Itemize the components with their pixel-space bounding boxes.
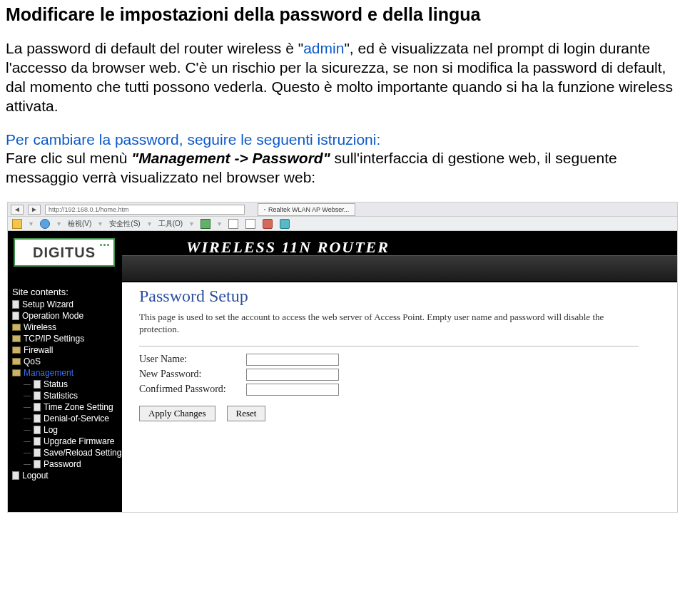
sidebar-item-label: Statistics: [44, 391, 78, 401]
sidebar-item-management[interactable]: Management: [11, 367, 121, 379]
tree-line: [24, 419, 31, 419]
tree-line: [24, 464, 31, 465]
folder-icon: [12, 346, 21, 354]
username-label: User Name:: [139, 354, 246, 365]
page-icon: [34, 448, 41, 457]
page-icon: [34, 426, 41, 434]
sidebar-item-status[interactable]: Status: [11, 379, 121, 390]
sidebar-item-firewall[interactable]: Firewall: [11, 344, 121, 356]
sidebar-item-save-reload-setting[interactable]: Save/Reload Setting: [11, 447, 121, 458]
page-title: Modificare le impostazioni della passwor…: [6, 4, 679, 25]
folder-icon: [12, 335, 21, 342]
sidebar-item-operation-mode[interactable]: Operation Mode: [11, 310, 121, 322]
header-gloss: [122, 255, 677, 281]
sidebar-item-setup-wizard[interactable]: Setup Wizard: [11, 299, 121, 310]
home-icon[interactable]: [12, 219, 22, 229]
tab-title: Realtek WLAN AP Webser...: [268, 206, 349, 213]
content-heading: Password Setup: [139, 287, 667, 306]
tree-line: [24, 384, 31, 385]
page-icon: [34, 391, 41, 400]
page-icon: [12, 471, 19, 480]
sidebar-item-label: Time Zone Setting: [44, 402, 113, 412]
folder-icon: [12, 358, 21, 365]
page-icon: [12, 300, 19, 309]
intro-paragraph: La password di default del router wirele…: [6, 39, 679, 116]
reset-button[interactable]: Reset: [227, 406, 266, 421]
tree-line: [24, 430, 31, 431]
new-password-input[interactable]: [246, 369, 339, 381]
sidebar-item-label: Denial-of-Service: [44, 414, 109, 423]
logo-text: DIGITUS: [33, 245, 96, 261]
menu-path-text: "Management -> Password": [131, 150, 330, 166]
sidebar-item-label: Log: [44, 425, 58, 435]
sidebar-item-label: Wireless: [24, 322, 56, 332]
sidebar-item-label: Operation Mode: [22, 311, 83, 321]
sidebar-item-label: TCP/IP Settings: [24, 334, 84, 344]
confirm-password-row: Confirmed Password:: [139, 384, 667, 396]
content-description: This page is used to set the account to …: [139, 312, 639, 336]
tab-favicon: [264, 209, 265, 210]
content-panel: Password Setup This page is used to set …: [122, 282, 677, 512]
browser-tab[interactable]: Realtek WLAN AP Webser...: [258, 203, 355, 216]
logo-dots: [100, 244, 109, 246]
instructions-paragraph: Per cambiare la password, seguire le seg…: [6, 130, 679, 188]
sidebar-item-logout[interactable]: Logout: [11, 470, 121, 481]
router-body: Site contents: Setup WizardOperation Mod…: [8, 282, 677, 512]
browser-url-field[interactable]: http://192.168.0.1/home.htm: [45, 205, 245, 215]
page-icon: [34, 380, 41, 389]
page-icon: [12, 312, 19, 320]
sidebar-item-label: Setup Wizard: [22, 299, 73, 309]
toolbar-menu-view[interactable]: 檢視(V): [68, 219, 91, 229]
new-password-row: New Password:: [139, 369, 667, 381]
folder-icon: [12, 369, 21, 376]
sidebar-item-qos[interactable]: QoS: [11, 356, 121, 367]
browser-address-bar: ◄ ► http://192.168.0.1/home.htm Realtek …: [8, 202, 677, 217]
username-input[interactable]: [246, 354, 339, 366]
sidebar-item-log[interactable]: Log: [11, 424, 121, 436]
tree-line: [24, 407, 31, 408]
page-icon[interactable]: [228, 219, 238, 229]
sidebar-item-label: Logout: [22, 471, 49, 481]
router-screenshot: ◄ ► http://192.168.0.1/home.htm Realtek …: [7, 202, 678, 513]
sidebar-item-time-zone-setting[interactable]: Time Zone Setting: [11, 401, 121, 413]
sidebar-item-label: QoS: [24, 356, 41, 366]
toolbar-menu-security[interactable]: 安全性(S): [109, 219, 140, 229]
folder-icon: [12, 324, 21, 331]
sidebar-item-password[interactable]: Password: [11, 458, 121, 470]
browser-back-button[interactable]: ◄: [11, 205, 24, 215]
new-password-label: New Password:: [139, 369, 246, 380]
router-title: WIRELESS 11N ROUTER: [186, 238, 390, 257]
sidebar-item-label: Firewall: [24, 345, 53, 355]
sidebar-item-label: Upgrade Firmware: [44, 436, 114, 446]
apply-changes-button[interactable]: Apply Changes: [139, 406, 215, 421]
confirm-password-label: Confirmed Password:: [139, 384, 246, 395]
help-icon[interactable]: [201, 219, 210, 229]
digitus-logo: DIGITUS: [14, 238, 115, 267]
router-header: DIGITUS WIRELESS 11N ROUTER: [8, 231, 677, 282]
reload-icon[interactable]: [40, 219, 50, 229]
tool-icon[interactable]: [263, 219, 273, 229]
toolbar-menu-tools[interactable]: 工具(O): [158, 219, 183, 229]
sidebar-item-label: Save/Reload Setting: [44, 448, 121, 458]
default-password-text: admin: [303, 40, 344, 56]
confirm-password-input[interactable]: [246, 384, 339, 396]
page-icon: [34, 460, 41, 468]
sidebar-header: Site contents:: [12, 287, 121, 297]
sidebar-item-statistics[interactable]: Statistics: [11, 390, 121, 401]
sidebar-item-label: Status: [44, 379, 68, 389]
sidebar-item-label: Password: [44, 459, 81, 469]
tree-line: [24, 396, 31, 396]
page-icon-2[interactable]: [245, 219, 255, 229]
sidebar-item-tcp-ip-settings[interactable]: TCP/IP Settings: [11, 333, 121, 344]
instructions-before: Fare clic sul menù: [6, 150, 131, 166]
username-row: User Name:: [139, 354, 667, 366]
sidebar-nav: Site contents: Setup WizardOperation Mod…: [8, 282, 122, 512]
tool-icon-2[interactable]: [280, 219, 290, 229]
sidebar-item-denial-of-service[interactable]: Denial-of-Service: [11, 413, 121, 424]
sidebar-item-upgrade-firmware[interactable]: Upgrade Firmware: [11, 436, 121, 447]
sidebar-item-wireless[interactable]: Wireless: [11, 322, 121, 333]
sidebar-item-label: Management: [24, 368, 73, 378]
page-icon: [34, 403, 41, 411]
tree-line: [24, 441, 31, 442]
browser-forward-button[interactable]: ►: [28, 205, 41, 215]
